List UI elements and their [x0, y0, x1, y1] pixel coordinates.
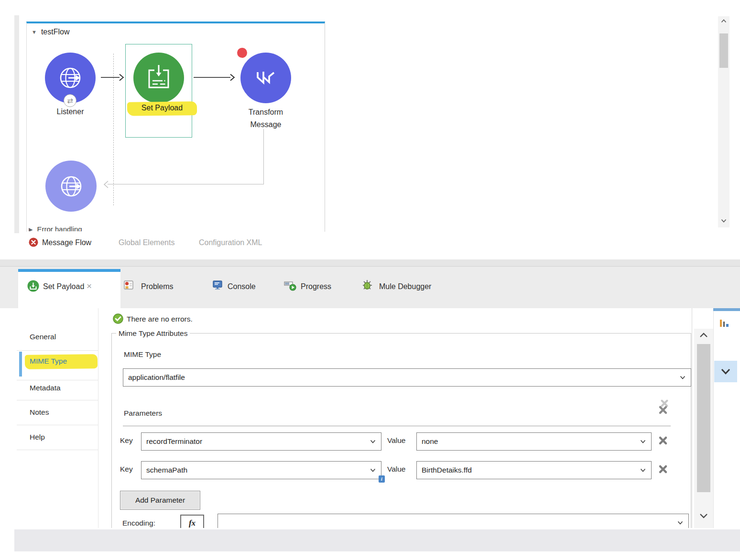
param-value-dropdown[interactable]: BirthDetaiks.ffd — [416, 461, 652, 479]
parameters-label: Parameters — [124, 409, 162, 418]
tab-console[interactable]: Console — [228, 282, 256, 291]
editor-tab-global-elements[interactable]: Global Elements — [119, 238, 174, 247]
param-key-dropdown[interactable]: recordTerminator — [141, 432, 381, 451]
transform-label-line2: Message — [236, 118, 296, 131]
divider — [123, 426, 671, 426]
scrollbar-up-icon[interactable] — [694, 331, 713, 340]
value-label: Value — [387, 465, 406, 474]
mime-type-dropdown[interactable]: application/flatfile — [123, 368, 691, 387]
set-payload-node[interactable] — [133, 53, 184, 103]
chevron-down-icon — [640, 468, 646, 472]
flow-header[interactable]: ▼ testFlow — [32, 28, 69, 36]
delete-parameter-button[interactable] — [658, 464, 668, 474]
clear-x-dark-icon — [658, 405, 668, 415]
error-badge-icon — [29, 237, 38, 247]
chevron-down-icon — [680, 376, 686, 379]
transform-message-node[interactable] — [240, 53, 291, 103]
transform-label-line1: Transform — [236, 106, 296, 118]
sidebar-divider — [98, 308, 98, 528]
delete-parameter-button[interactable] — [658, 435, 668, 446]
tab-progress[interactable]: Progress — [301, 282, 331, 291]
listener-exchange-badge-icon: ⇄ — [64, 94, 76, 107]
scrollbar-down-icon[interactable] — [694, 511, 713, 521]
collapse-triangle-icon[interactable]: ▼ — [32, 29, 37, 35]
editor-tab-message-flow[interactable]: Message Flow — [42, 238, 91, 247]
mime-type-value: application/flatfile — [128, 373, 185, 382]
connector-line-horizontal — [108, 184, 264, 184]
flow-arrow — [100, 72, 124, 83]
clear-parameters-button[interactable] — [657, 399, 674, 420]
right-side-panel — [713, 308, 740, 528]
progress-icon — [284, 280, 296, 291]
param-value-dropdown[interactable]: none — [416, 432, 652, 451]
transform-message-label: Transform Message — [236, 106, 296, 131]
group-title: Mime Type Attributes — [116, 329, 190, 338]
sidebar-item-general[interactable]: General — [30, 333, 56, 341]
error-handling-section[interactable]: ▶ Error handling — [29, 225, 82, 231]
canvas-left-ruler — [14, 15, 19, 233]
param-value-value: none — [422, 437, 438, 446]
param-value-value: BirthDetaiks.ffd — [422, 466, 472, 474]
chevron-down-icon — [721, 368, 730, 375]
info-decorator-icon: i — [379, 475, 385, 483]
key-label: Key — [120, 436, 133, 445]
tab-mule-debugger[interactable]: Mule Debugger — [379, 282, 431, 291]
chevron-down-icon — [370, 468, 376, 472]
tab-set-payload-label: Set Payload — [43, 282, 84, 291]
add-parameter-button[interactable]: Add Parameter — [120, 491, 200, 510]
expand-triangle-icon[interactable]: ▶ — [29, 225, 33, 231]
sidebar-item-help[interactable]: Help — [30, 433, 45, 442]
divider — [17, 400, 98, 400]
sidebar-item-metadata[interactable]: Metadata — [30, 384, 61, 392]
divider — [17, 425, 98, 425]
panel-sash[interactable] — [0, 259, 740, 266]
icon-bar-orange — [720, 320, 722, 327]
encoding-dropdown[interactable] — [218, 514, 689, 528]
chevron-down-icon — [370, 440, 376, 443]
panel-edge — [692, 308, 692, 528]
divider — [17, 450, 98, 450]
collapse-panel-button[interactable] — [714, 361, 737, 382]
set-payload-label: Set Payload — [127, 104, 197, 112]
sidebar-item-notes[interactable]: Notes — [30, 408, 49, 417]
icon-bar-blue — [726, 324, 729, 327]
flow-arrow — [193, 72, 235, 83]
breakpoint-dot[interactable] — [237, 48, 247, 58]
properties-panel: General MIME Type Metadata Notes Help Th… — [0, 308, 740, 528]
scrollbar-up-icon[interactable] — [721, 19, 727, 23]
param-key-dropdown[interactable]: schemaPath — [141, 461, 381, 479]
value-label: Value — [387, 436, 406, 445]
tab-problems[interactable]: Problems — [141, 282, 174, 291]
close-icon[interactable]: × — [87, 281, 92, 291]
connector-arrowhead — [103, 181, 109, 188]
bottom-status-strip — [14, 529, 740, 551]
divider — [17, 350, 98, 351]
sidebar-selection-bar — [19, 352, 22, 377]
divider — [17, 380, 98, 380]
param-key-value: schemaPath — [146, 466, 187, 474]
encoding-label: Encoding: — [122, 519, 155, 528]
status-text: There are no errors. — [127, 315, 193, 323]
mule-debugger-icon — [361, 279, 373, 291]
right-panel-accent — [713, 308, 740, 311]
console-icon — [212, 280, 223, 291]
delete-x-icon — [658, 464, 668, 474]
dataweave-icon — [252, 65, 279, 91]
set-payload-icon — [144, 64, 173, 92]
error-handling-label: Error handling — [37, 225, 82, 231]
properties-scrollbar-thumb[interactable] — [697, 344, 710, 492]
icon-bar-gray — [723, 322, 725, 327]
editor-tab-configuration-xml[interactable]: Configuration XML — [199, 238, 262, 247]
canvas-scrollbar-thumb[interactable] — [719, 33, 728, 68]
input-panel-icon — [720, 320, 731, 328]
http-response-node[interactable] — [45, 161, 97, 212]
chevron-down-icon — [677, 521, 683, 525]
fx-expression-button[interactable]: fx — [180, 515, 204, 528]
connector-line-vertical — [263, 129, 264, 184]
mime-type-label: MIME Type — [124, 350, 161, 359]
sidebar-item-mime-type[interactable]: MIME Type — [30, 357, 67, 366]
scrollbar-down-icon[interactable] — [721, 219, 727, 223]
set-payload-tab-icon — [27, 280, 39, 292]
problems-icon — [123, 280, 134, 291]
anypoint-studio-window: ▼ testFlow ⇄ Listener Set Pay — [0, 0, 740, 560]
